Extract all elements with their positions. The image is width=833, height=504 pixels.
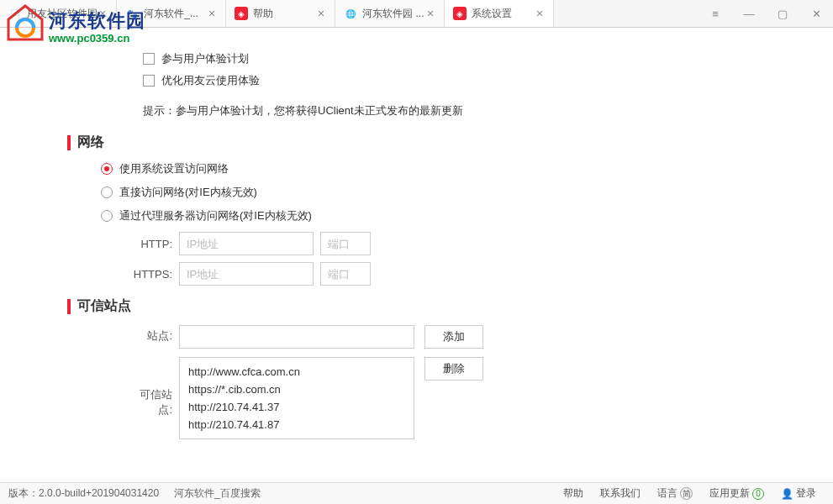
trusted-label bbox=[126, 357, 172, 360]
radio-label: 通过代理服务器访问网络(对IE内核无效) bbox=[119, 208, 312, 223]
update-button[interactable]: 应用更新0 bbox=[709, 486, 764, 501]
close-icon[interactable]: × bbox=[535, 7, 545, 20]
minimize-button[interactable]: — bbox=[732, 0, 766, 28]
close-icon[interactable]: × bbox=[425, 7, 435, 20]
section-network: 网络 bbox=[67, 134, 799, 151]
update-count-badge: 0 bbox=[752, 488, 764, 500]
tab-label: 帮助 bbox=[253, 7, 273, 21]
https-ip-input[interactable] bbox=[179, 262, 314, 286]
window-controls: ≡ — ▢ ✕ bbox=[699, 0, 833, 27]
radio-label: 直接访问网络(对IE内核无效) bbox=[119, 185, 257, 200]
tab-label: 河东软件_... bbox=[144, 7, 198, 21]
trusted-label-row: 可信站点: bbox=[126, 443, 799, 476]
ux-checkbox-1[interactable]: 参与用户体验计划 bbox=[143, 51, 799, 66]
watermark-logo bbox=[4, 4, 46, 45]
list-item[interactable]: http://210.74.41.37 bbox=[180, 398, 414, 416]
search-text: 河东软件_百度搜索 bbox=[174, 486, 261, 501]
list-item[interactable]: https://*.cib.com.cn bbox=[180, 381, 414, 398]
checkbox-label: 参与用户体验计划 bbox=[161, 51, 249, 66]
menu-icon[interactable]: ≡ bbox=[699, 0, 732, 28]
checkbox-icon[interactable] bbox=[143, 75, 155, 87]
lang-badge-icon: 简 bbox=[680, 487, 693, 500]
section-bar-icon bbox=[67, 135, 71, 150]
http-label: HTTP: bbox=[126, 238, 172, 250]
radio-label: 使用系统设置访问网络 bbox=[119, 161, 229, 176]
ux-checkbox-2[interactable]: 优化用友云使用体验 bbox=[143, 73, 799, 88]
section-trusted: 可信站点 bbox=[67, 297, 799, 315]
trusted-list-row: http://www.cfca.com.cn https://*.cib.com… bbox=[126, 357, 799, 439]
site-input[interactable] bbox=[179, 325, 414, 349]
flame-icon: ◈ bbox=[453, 7, 467, 20]
language-button[interactable]: 语言简 bbox=[657, 486, 693, 501]
http-ip-input[interactable] bbox=[179, 232, 314, 255]
radio-icon[interactable] bbox=[101, 210, 113, 222]
maximize-button[interactable]: ▢ bbox=[766, 0, 799, 28]
section-title: 可信站点 bbox=[77, 297, 131, 315]
tab-3[interactable]: 🌐河东软件园 ...× bbox=[335, 0, 445, 27]
net-radio-2[interactable]: 直接访问网络(对IE内核无效) bbox=[101, 185, 799, 200]
version-text: 版本：2.0.0-build+201904031420 bbox=[8, 486, 159, 501]
trusted-sites-label: 可信站点: bbox=[126, 384, 172, 417]
radio-icon[interactable] bbox=[101, 163, 113, 175]
site-label: 站点: bbox=[126, 325, 172, 344]
flame-icon: ◈ bbox=[235, 7, 248, 20]
radio-icon[interactable] bbox=[101, 186, 113, 198]
watermark-brand: 河东软件园 bbox=[49, 8, 145, 34]
tab-label: 系统设置 bbox=[472, 7, 512, 21]
net-radio-1[interactable]: 使用系统设置访问网络 bbox=[101, 161, 799, 176]
https-row: HTTPS: bbox=[126, 262, 799, 286]
content-area: 参与用户体验计划 优化用友云使用体验 提示：参与用户体验计划，您将获得UClie… bbox=[0, 28, 833, 481]
https-port-input[interactable] bbox=[320, 262, 371, 286]
tab-4[interactable]: ◈系统设置× bbox=[445, 0, 554, 27]
tab-label: 河东软件园 ... bbox=[362, 7, 424, 21]
section-bar-icon bbox=[67, 299, 71, 314]
help-link[interactable]: 帮助 bbox=[563, 486, 583, 501]
checkbox-label: 优化用友云使用体验 bbox=[161, 73, 260, 88]
status-bar: 版本：2.0.0-build+201904031420 河东软件_百度搜索 帮助… bbox=[0, 482, 833, 504]
close-button[interactable]: ✕ bbox=[799, 0, 833, 28]
close-icon[interactable]: × bbox=[207, 7, 217, 20]
https-label: HTTPS: bbox=[126, 268, 172, 281]
watermark-url: www.pc0359.cn bbox=[49, 32, 129, 45]
section-title: 网络 bbox=[77, 134, 104, 151]
add-button[interactable]: 添加 bbox=[424, 325, 483, 349]
delete-button[interactable]: 删除 bbox=[424, 357, 483, 381]
http-row: HTTP: bbox=[126, 232, 799, 255]
globe-icon: 🌐 bbox=[344, 7, 357, 20]
close-icon[interactable]: × bbox=[316, 7, 326, 20]
site-add-row: 站点: 添加 bbox=[126, 325, 799, 349]
list-item[interactable]: http://www.cfca.com.cn bbox=[180, 363, 414, 381]
trusted-list[interactable]: http://www.cfca.com.cn https://*.cib.com… bbox=[179, 357, 414, 439]
user-icon: 👤 bbox=[781, 488, 793, 500]
ux-tip: 提示：参与用户体验计划，您将获得UClient未正式发布的最新更新 bbox=[143, 103, 799, 118]
contact-link[interactable]: 联系我们 bbox=[600, 486, 641, 501]
http-port-input[interactable] bbox=[320, 232, 371, 255]
checkbox-icon[interactable] bbox=[143, 53, 155, 65]
list-item[interactable]: http://210.74.41.87 bbox=[180, 416, 414, 433]
net-radio-3[interactable]: 通过代理服务器访问网络(对IE内核无效) bbox=[101, 208, 799, 223]
tab-2[interactable]: ◈帮助× bbox=[226, 0, 335, 27]
login-button[interactable]: 👤登录 bbox=[781, 486, 816, 501]
